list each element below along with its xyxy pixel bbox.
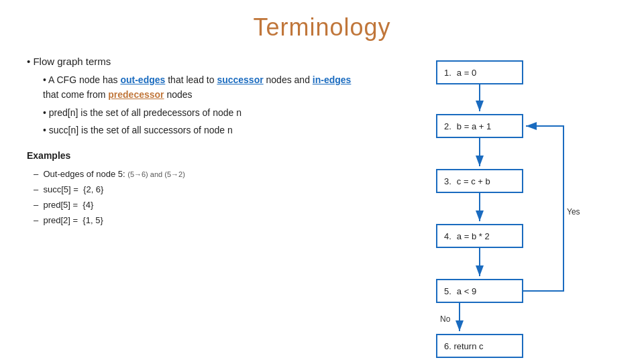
cfg-diagram: No Yes 1. a = 0 2. b = a + 1 bbox=[389, 54, 617, 362]
examples-section: Examples – Out-edges of node 5: (5→6) an… bbox=[27, 149, 369, 227]
example-1: – Out-edges of node 5: (5→6) and (5→2) bbox=[34, 168, 369, 181]
cfg-node-4: 4. a = b * 2 bbox=[436, 224, 523, 248]
cfg-node-1: 1. a = 0 bbox=[436, 60, 523, 84]
successor-term: successor bbox=[217, 74, 263, 85]
cfg-node-6: 6. return c bbox=[436, 334, 523, 358]
example-1-detail: (5→6) and (5→2) bbox=[127, 170, 185, 178]
left-panel: • Flow graph terms • A CFG node has out-… bbox=[27, 54, 369, 229]
cfg-node-5: 5. a < 9 bbox=[436, 279, 523, 303]
example-2: – succ[5] = {2, 6} bbox=[34, 183, 369, 196]
bullet-sub-1: • A CFG node has out-edges that lead to … bbox=[43, 73, 369, 102]
bullet-sub-2: • pred[n] is the set of all predecessors… bbox=[43, 106, 369, 121]
bullet-sub-3: • succ[n] is the set of all successors o… bbox=[43, 123, 369, 138]
page-title: Terminology bbox=[27, 13, 617, 42]
svg-text:Yes: Yes bbox=[567, 207, 580, 217]
cfg-node-2: 2. b = a + 1 bbox=[436, 114, 523, 138]
page: Terminology • Flow graph terms • A CFG n… bbox=[0, 0, 644, 362]
examples-title: Examples bbox=[27, 149, 369, 164]
example-4: – pred[2] = {1, 5} bbox=[34, 214, 369, 227]
svg-text:No: No bbox=[440, 314, 451, 324]
example-3: – pred[5] = {4} bbox=[34, 198, 369, 212]
bullet-main: • Flow graph terms bbox=[27, 54, 369, 69]
cfg-arrows: No Yes bbox=[389, 54, 617, 362]
right-panel: No Yes 1. a = 0 2. b = a + 1 bbox=[389, 54, 617, 362]
cfg-node-3: 3. c = c + b bbox=[436, 169, 523, 193]
predecessor-term: predecessor bbox=[108, 89, 164, 100]
content-area: • Flow graph terms • A CFG node has out-… bbox=[27, 54, 617, 362]
in-edges-term: in-edges bbox=[313, 74, 352, 85]
out-edges-term: out-edges bbox=[120, 74, 165, 85]
